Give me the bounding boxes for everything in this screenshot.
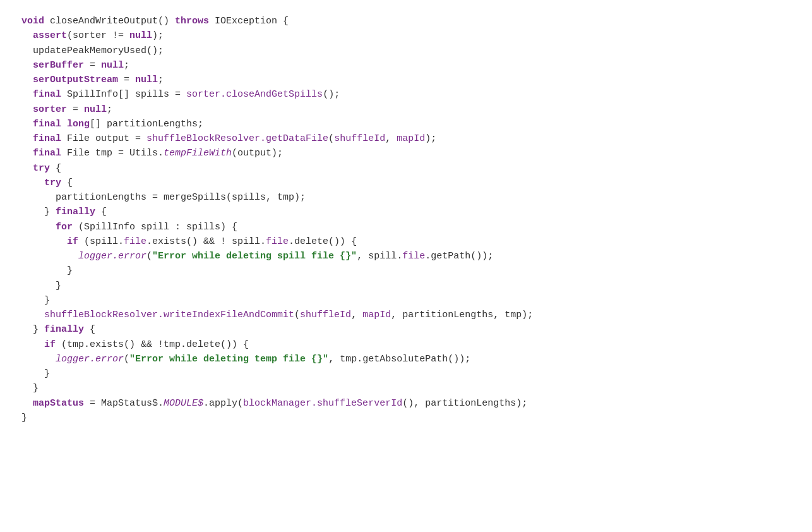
- code-token: File tmp = Utils.: [61, 148, 164, 159]
- code-token: [21, 119, 33, 130]
- code-token: final: [33, 89, 61, 100]
- code-token: final: [33, 133, 61, 144]
- code-token: File output =: [61, 133, 146, 144]
- code-line: if (spill.file.exists() && ! spill.file.…: [21, 234, 811, 249]
- code-token: , tmp.getAbsolutePath());: [328, 354, 470, 365]
- code-line: mapStatus = MapStatus$.MODULE$.apply(blo…: [21, 396, 811, 411]
- code-token: throws: [175, 16, 209, 27]
- code-token: (), partitionLengths);: [402, 398, 527, 409]
- code-token: [21, 148, 33, 159]
- code-line: updatePeakMemoryUsed();: [21, 44, 811, 58]
- code-token: shuffleBlockResolver.writeIndexFileAndCo…: [44, 310, 294, 320]
- code-token: if: [67, 236, 78, 247]
- code-token: mapStatus: [33, 398, 84, 409]
- code-line: logger.error("Error while deleting spill…: [21, 249, 811, 263]
- code-line: try {: [21, 176, 811, 190]
- code-token: [21, 163, 33, 174]
- code-line: void closeAndWriteOutput() throws IOExce…: [21, 14, 811, 28]
- code-token: (SpillInfo spill : spills) {: [73, 222, 237, 233]
- code-token: final: [33, 148, 61, 159]
- code-line: final File output = shuffleBlockResolver…: [21, 131, 811, 146]
- code-token: mapId: [362, 310, 391, 320]
- code-token: assert: [33, 30, 67, 41]
- code-token: [21, 222, 56, 233]
- code-line: }: [21, 279, 811, 293]
- code-token: }: [21, 265, 73, 276]
- code-token: [21, 236, 67, 247]
- code-token: (: [328, 133, 334, 144]
- code-token: [61, 119, 67, 130]
- code-token: tempFileWith: [164, 148, 232, 159]
- code-token: ;: [124, 60, 129, 71]
- code-token: , partitionLengths, tmp);: [391, 310, 533, 320]
- code-line: shuffleBlockResolver.writeIndexFileAndCo…: [21, 308, 811, 322]
- code-token: {: [50, 163, 61, 174]
- code-token: [21, 354, 56, 365]
- code-token: }: [21, 383, 39, 394]
- code-token: [21, 30, 33, 41]
- code-line: } finally {: [21, 205, 811, 219]
- code-token: [21, 133, 33, 144]
- code-token: finally: [44, 324, 84, 335]
- code-token: sorter.closeAndGetSpills: [186, 89, 323, 100]
- code-token: null: [101, 60, 124, 71]
- code-token: updatePeakMemoryUsed();: [21, 45, 164, 56]
- code-container: void closeAndWriteOutput() throws IOExce…: [10, 8, 812, 532]
- code-token: logger.error: [56, 354, 124, 365]
- code-token: (: [124, 354, 129, 365]
- code-token: [21, 89, 33, 100]
- code-token: logger.error: [78, 251, 146, 262]
- code-token: (output);: [232, 148, 283, 159]
- code-token: (tmp.exists() && !tmp.delete()) {: [56, 339, 249, 350]
- code-token: ,: [351, 310, 362, 320]
- code-token: =: [84, 60, 101, 71]
- code-token: try: [44, 178, 61, 188]
- code-token: closeAndWriteOutput(): [44, 16, 175, 27]
- code-token: [21, 310, 44, 320]
- code-token: file: [266, 236, 289, 247]
- code-token: =: [118, 75, 135, 85]
- code-token: serBuffer: [21, 60, 84, 71]
- code-token: }: [21, 207, 56, 217]
- code-token: .delete()) {: [289, 236, 357, 247]
- code-token: (: [294, 310, 300, 320]
- code-token: [21, 398, 33, 409]
- code-token: shuffleId: [300, 310, 351, 320]
- code-line: for (SpillInfo spill : spills) {: [21, 220, 811, 234]
- code-line: if (tmp.exists() && !tmp.delete()) {: [21, 337, 811, 352]
- code-token: sorter: [33, 104, 67, 115]
- code-token: , spill.: [357, 251, 402, 262]
- code-token: [] partitionLengths;: [90, 119, 203, 130]
- code-token: MODULE$: [164, 398, 203, 409]
- code-line: }: [21, 411, 811, 425]
- code-token: =: [67, 104, 84, 115]
- code-token: IOException {: [209, 16, 289, 27]
- code-line: final SpillInfo[] spills = sorter.closeA…: [21, 87, 811, 102]
- code-token: SpillInfo[] spills =: [61, 89, 186, 100]
- code-token: {: [84, 324, 95, 335]
- code-line: serOutputStream = null;: [21, 73, 811, 87]
- code-token: .getPath());: [425, 251, 493, 262]
- code-token: void: [21, 16, 44, 27]
- code-token: long: [67, 119, 90, 130]
- code-token: .exists() && ! spill.: [146, 236, 266, 247]
- code-token: {: [61, 178, 73, 188]
- code-line: sorter = null;: [21, 102, 811, 117]
- code-token: mapId: [397, 133, 425, 144]
- code-token: finally: [56, 207, 95, 217]
- code-token: "Error while deleting temp file {}": [129, 354, 328, 365]
- code-line: }: [21, 366, 811, 381]
- code-line: try {: [21, 161, 811, 176]
- code-token: blockManager.shuffleServerId: [243, 398, 402, 409]
- code-token: file: [124, 236, 146, 247]
- code-line: partitionLengths = mergeSpills(spills, t…: [21, 190, 811, 205]
- code-token: {: [95, 207, 107, 217]
- code-token: (spill.: [78, 236, 124, 247]
- code-token: shuffleId: [334, 133, 385, 144]
- code-token: try: [33, 163, 50, 174]
- code-token: = MapStatus$.: [84, 398, 164, 409]
- code-line: }: [21, 381, 811, 396]
- code-line: }: [21, 293, 811, 308]
- code-token: }: [21, 368, 50, 379]
- code-token: if: [44, 339, 56, 350]
